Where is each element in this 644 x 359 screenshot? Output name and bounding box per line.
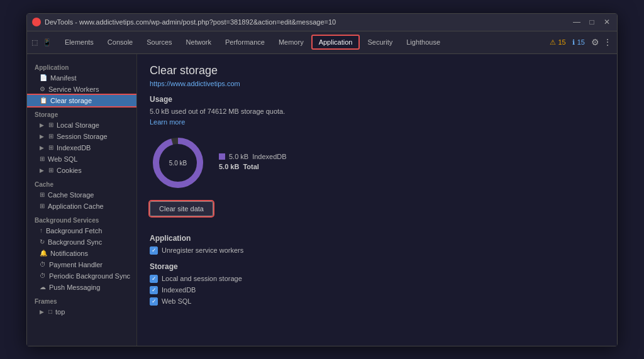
legend-label-indexeddb: IndexedDB xyxy=(252,153,286,160)
storage-heading: Storage xyxy=(150,262,604,271)
indexeddb-label: IndexedDB xyxy=(57,144,91,152)
local-storage-icon: ⊞ xyxy=(48,121,53,128)
cookies-label: Cookies xyxy=(57,167,82,174)
legend-row-total: 5.0 kB Total xyxy=(219,163,287,170)
top-frame-label: top xyxy=(55,308,65,316)
cookies-arrow: ▶ xyxy=(40,167,44,174)
sidebar-item-notifications[interactable]: 🔔 Notifications xyxy=(27,248,136,259)
top-frame-arrow: ▶ xyxy=(40,309,44,315)
local-storage-arrow: ▶ xyxy=(40,122,44,128)
sidebar-item-background-sync[interactable]: ↻ Background Sync xyxy=(27,236,136,248)
sidebar-item-local-storage[interactable]: ▶ ⊞ Local Storage xyxy=(27,119,136,131)
tab-network[interactable]: Network xyxy=(180,36,218,48)
push-messaging-label: Push Messaging xyxy=(49,284,100,291)
close-button[interactable]: ✕ xyxy=(602,17,612,27)
page-url: https://www.addictivetips.com xyxy=(150,80,604,87)
application-section-label: Application xyxy=(27,59,136,72)
sidebar-item-cache-storage[interactable]: ⊞ Cache Storage xyxy=(27,189,136,201)
unregister-sw-label: Unregister service workers xyxy=(162,246,243,254)
indexeddb-arrow: ▶ xyxy=(40,145,44,151)
usage-text: 5.0 kB used out of 74612 MB storage quot… xyxy=(150,108,604,115)
minimize-button[interactable]: — xyxy=(572,17,582,27)
clear-site-data-button[interactable]: Clear site data xyxy=(150,201,213,216)
device-icon[interactable]: 📱 xyxy=(42,37,52,47)
web-sql-checkbox[interactable]: ✓ xyxy=(150,297,158,306)
application-cache-label: Application Cache xyxy=(48,202,104,210)
web-sql-icon: ⊞ xyxy=(40,155,45,162)
legend-row-indexeddb: 5.0 kB IndexedDB xyxy=(219,153,287,160)
sidebar-item-application-cache[interactable]: ⊞ Application Cache xyxy=(27,201,136,212)
local-session-storage-label: Local and session storage xyxy=(162,275,242,282)
sidebar-item-push-messaging[interactable]: ☁ Push Messaging xyxy=(27,282,136,293)
sidebar-item-background-fetch[interactable]: ↑ Background Fetch xyxy=(27,225,136,236)
manifest-label: Manifest xyxy=(50,74,77,82)
tabs-bar: ⬚ 📱 Elements Console Sources Network Per… xyxy=(27,31,617,54)
application-section: Application ✓ Unregister service workers xyxy=(150,234,604,255)
legend-value-indexeddb: 5.0 kB xyxy=(229,153,248,160)
sidebar-item-manifest[interactable]: 📄 Manifest xyxy=(27,72,136,84)
periodic-bg-sync-icon: ⏱ xyxy=(40,272,46,279)
sidebar-item-payment-handler[interactable]: ⏱ Payment Handler xyxy=(27,259,136,270)
indexeddb-row[interactable]: ✓ IndexedDB xyxy=(150,286,604,294)
content-area: Clear storage https://www.addictivetips.… xyxy=(137,54,617,346)
tab-elements[interactable]: Elements xyxy=(58,36,100,48)
tab-security[interactable]: Security xyxy=(361,36,399,48)
session-storage-label: Session Storage xyxy=(57,133,108,140)
settings-icon[interactable]: ⚙ xyxy=(591,37,599,47)
sidebar-item-periodic-bg-sync[interactable]: ⏱ Periodic Background Sync xyxy=(27,270,136,282)
cache-storage-icon: ⊞ xyxy=(40,191,45,198)
learn-more-link[interactable]: Learn more xyxy=(150,118,185,126)
tab-console[interactable]: Console xyxy=(101,36,139,48)
page-title: Clear storage xyxy=(150,64,604,77)
web-sql-row[interactable]: ✓ Web SQL xyxy=(150,297,604,306)
storage-section: Storage ✓ Local and session storage ✓ In… xyxy=(150,262,604,306)
app-icon xyxy=(32,18,41,26)
titlebar: DevTools - www.addictivetips.com/wp-admi… xyxy=(27,14,617,31)
application-heading: Application xyxy=(150,234,604,243)
unregister-service-workers-row[interactable]: ✓ Unregister service workers xyxy=(150,246,604,255)
unregister-sw-checkbox[interactable]: ✓ xyxy=(150,246,158,255)
local-session-storage-row[interactable]: ✓ Local and session storage xyxy=(150,275,604,283)
sidebar-item-session-storage[interactable]: ▶ ⊞ Session Storage xyxy=(27,131,136,142)
tab-sources[interactable]: Sources xyxy=(140,36,178,48)
more-icon[interactable]: ⋮ xyxy=(603,37,612,47)
local-session-storage-checkbox[interactable]: ✓ xyxy=(150,275,158,283)
indexeddb-checkbox[interactable]: ✓ xyxy=(150,286,158,294)
tab-memory[interactable]: Memory xyxy=(272,36,310,48)
payment-handler-label: Payment Handler xyxy=(49,261,103,268)
warnings-badge: ⚠ 15 xyxy=(550,38,566,47)
application-cache-icon: ⊞ xyxy=(40,202,45,209)
background-sync-icon: ↻ xyxy=(40,238,45,245)
sidebar: Application 📄 Manifest ⚙ Service Workers… xyxy=(27,54,137,346)
cache-storage-label: Cache Storage xyxy=(48,191,94,199)
sidebar-item-clear-storage[interactable]: 📋 Clear storage xyxy=(27,95,136,106)
clear-storage-icon: 📋 xyxy=(40,97,47,104)
notifications-label: Notifications xyxy=(50,250,88,257)
tab-application[interactable]: Application xyxy=(311,35,360,50)
sidebar-item-indexeddb[interactable]: ▶ ⊞ IndexedDB xyxy=(27,142,136,153)
devtools-icons: ⬚ 📱 xyxy=(30,37,52,47)
local-storage-label: Local Storage xyxy=(57,121,99,129)
tab-performance[interactable]: Performance xyxy=(219,36,271,48)
cache-section-label: Cache xyxy=(27,176,136,189)
legend-total-value: 5.0 kB xyxy=(219,163,239,170)
devtools-window: DevTools - www.addictivetips.com/wp-admi… xyxy=(26,13,618,346)
maximize-button[interactable]: □ xyxy=(587,17,597,27)
info-icon: ℹ xyxy=(572,38,575,47)
sidebar-item-cookies[interactable]: ▶ ⊞ Cookies xyxy=(27,165,136,176)
sidebar-item-top-frame[interactable]: ▶ □ top xyxy=(27,306,136,318)
indexeddb-icon: ⊞ xyxy=(48,144,53,151)
sidebar-item-web-sql[interactable]: ⊞ Web SQL xyxy=(27,153,136,165)
inspect-icon[interactable]: ⬚ xyxy=(30,37,40,47)
storage-section-label: Storage xyxy=(27,106,136,119)
tab-lighthouse[interactable]: Lighthouse xyxy=(400,36,447,48)
donut-chart: 5.0 kB xyxy=(150,135,206,191)
session-storage-icon: ⊞ xyxy=(48,133,53,140)
sidebar-item-service-workers[interactable]: ⚙ Service Workers xyxy=(27,84,136,95)
chart-legend: 5.0 kB IndexedDB 5.0 kB Total xyxy=(219,153,287,173)
background-sync-label: Background Sync xyxy=(48,238,102,246)
service-workers-icon: ⚙ xyxy=(40,86,45,92)
legend-total-label: Total xyxy=(243,163,258,170)
web-sql-label: Web SQL xyxy=(48,155,78,163)
manifest-icon: 📄 xyxy=(40,74,47,81)
